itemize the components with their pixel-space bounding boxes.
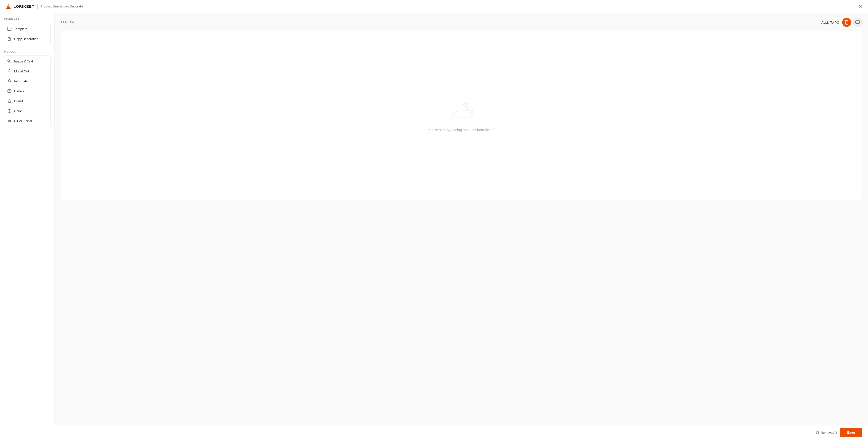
brand-icon: [7, 99, 12, 103]
information-icon: [7, 79, 12, 83]
html-editor-icon: [7, 119, 12, 123]
preview-canvas: Please start by adding modules from the …: [61, 31, 862, 200]
header-left: LORIKEET Product Description Decorator: [5, 3, 84, 10]
sidebar-item-html-editor[interactable]: HTML Editor: [4, 116, 50, 126]
desktop-preview-button[interactable]: [853, 18, 862, 27]
remove-all-button[interactable]: Remove All: [816, 431, 837, 435]
template-icon: [7, 27, 12, 31]
sidebar-item-copy-decoration[interactable]: Copy Decoration: [4, 34, 50, 43]
save-button[interactable]: Save: [840, 428, 862, 437]
close-button[interactable]: ×: [858, 3, 863, 10]
module-section-label: MODULE: [4, 50, 51, 53]
color-icon: [7, 109, 12, 113]
main-content: TEMPLATE Template: [0, 13, 868, 425]
logo-text: LORIKEET: [13, 4, 34, 8]
svg-rect-4: [8, 27, 9, 31]
sidebar-item-color-label: Color: [14, 109, 22, 113]
app-footer: Remove All Save: [0, 425, 868, 440]
preview-label: PREVIEW: [61, 21, 74, 24]
sidebar-item-color[interactable]: Color: [4, 106, 50, 116]
preview-empty-text: Please start by adding modules from the …: [427, 128, 495, 132]
sidebar-item-details[interactable]: Details: [4, 86, 50, 96]
mobile-preview-button[interactable]: [842, 18, 851, 27]
header-subtitle: Product Description Decorator: [40, 4, 84, 8]
sidebar-item-copy-decoration-label: Copy Decoration: [14, 37, 38, 41]
module-section: MODULE Image & Text: [4, 50, 51, 127]
sidebar-item-template-label: Template: [14, 27, 27, 31]
svg-line-27: [9, 120, 10, 122]
svg-rect-9: [8, 60, 9, 61]
app-header: LORIKEET Product Description Decorator ×: [0, 0, 868, 13]
mobile-icon: [844, 20, 849, 25]
module-card: Image & Text Model Cut: [4, 55, 51, 127]
details-icon: [7, 89, 12, 93]
svg-point-29: [846, 24, 847, 24]
empty-state-svg: [446, 99, 476, 124]
svg-point-35: [467, 103, 467, 103]
sidebar-item-template[interactable]: Template: [4, 24, 50, 34]
sidebar-item-image-text-label: Image & Text: [14, 60, 33, 63]
svg-rect-3: [8, 27, 11, 31]
sidebar-item-image-text[interactable]: Image & Text: [4, 57, 50, 66]
template-section-label: TEMPLATE: [4, 18, 51, 21]
logo-icon: [5, 3, 12, 10]
model-cut-icon: [7, 69, 12, 73]
preview-empty-illustration: [446, 99, 476, 124]
apply-to-pc-button[interactable]: Apply To PC: [822, 21, 839, 24]
sidebar-item-model-cut[interactable]: Model Cut: [4, 66, 50, 76]
template-section: TEMPLATE Template: [4, 18, 51, 45]
remove-all-label: Remove All: [821, 431, 837, 435]
desktop-icon: [855, 20, 860, 25]
logo: LORIKEET: [5, 3, 34, 10]
trash-icon: [816, 431, 819, 434]
image-text-icon: [7, 59, 12, 63]
preview-controls: Apply To PC: [822, 18, 862, 27]
preview-area: PREVIEW Apply To PC: [55, 13, 868, 425]
sidebar: TEMPLATE Template: [0, 13, 55, 425]
sidebar-item-brand-label: Brand: [14, 99, 23, 103]
svg-rect-30: [856, 21, 860, 23]
sidebar-item-model-cut-label: Model Cut: [14, 69, 29, 73]
svg-marker-20: [8, 99, 11, 103]
sidebar-item-information[interactable]: Information: [4, 76, 50, 86]
template-card: Template Copy Decoration: [4, 23, 51, 45]
svg-point-22: [9, 111, 10, 112]
sidebar-item-details-label: Details: [14, 89, 24, 93]
sidebar-item-brand[interactable]: Brand: [4, 96, 50, 106]
sidebar-item-html-editor-label: HTML Editor: [14, 119, 32, 123]
header-divider: [37, 4, 38, 9]
copy-decoration-icon: [7, 37, 12, 41]
preview-header: PREVIEW Apply To PC: [61, 18, 862, 27]
sidebar-item-information-label: Information: [14, 80, 30, 83]
